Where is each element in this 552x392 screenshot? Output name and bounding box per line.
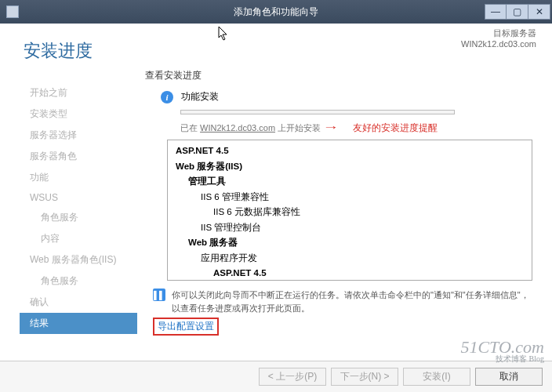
feature-item: 管理工具 xyxy=(176,174,532,190)
install-button: 安装(I) xyxy=(403,368,470,386)
info-row: i 功能安装 xyxy=(161,90,540,103)
server-label: 目标服务器 xyxy=(461,27,536,39)
nav-item-0: 开始之前 xyxy=(24,82,137,103)
nav-item-2: 服务器选择 xyxy=(24,125,137,146)
annotation-text: 友好的安装进度提醒 xyxy=(353,122,438,133)
nav-item-8: Web 服务器角色(IIS) xyxy=(24,249,137,270)
feature-item: Web 服务器 xyxy=(176,235,532,251)
minimize-button[interactable]: — xyxy=(485,4,507,20)
nav-item-11: 结果 xyxy=(20,313,137,334)
app-icon xyxy=(6,5,19,18)
note-text: 你可以关闭此向导而不中断正在运行的任务。请依次单击命令栏中的"通知"和"任务详细… xyxy=(172,289,532,314)
status-host: WIN2k12.dc03.com xyxy=(200,123,275,132)
maximize-button[interactable]: ▢ xyxy=(507,4,528,20)
info-icon: i xyxy=(161,91,173,103)
section-label: 查看安装进度 xyxy=(145,69,540,82)
nav-item-4: 功能 xyxy=(24,167,137,188)
sidebar: 安装进度 开始之前安装类型服务器选择服务器角色功能WSUS角色服务内容Web 服… xyxy=(0,24,137,361)
main-pane: 目标服务器 WIN2k12.dc03.com 查看安装进度 i 功能安装 已在 … xyxy=(137,24,552,361)
feature-item: IIS 6 管理兼容性 xyxy=(176,190,532,205)
prev-button: < 上一步(P) xyxy=(259,368,326,386)
nav-item-7: 内容 xyxy=(24,228,137,249)
feature-item: IIS 6 元数据库兼容性 xyxy=(176,205,532,220)
note-row: ▌▌ 你可以关闭此向导而不中断正在运行的任务。请依次单击命令栏中的"通知"和"任… xyxy=(153,289,532,314)
progress-wrap xyxy=(180,110,540,114)
feature-item: Web 服务器(IIS) xyxy=(176,159,532,175)
feature-item: ASP.NET 4.5 xyxy=(176,143,532,159)
annotation-arrow-icon: → xyxy=(323,121,340,133)
feature-item: IIS 管理控制台 xyxy=(176,220,532,236)
nav-item-6: 角色服务 xyxy=(24,207,137,228)
flag-icon: ▌▌ xyxy=(153,289,165,301)
nav-item-1: 安装类型 xyxy=(24,103,137,125)
titlebar: 添加角色和功能向导 — ▢ ✕ xyxy=(0,0,552,24)
nav-item-10: 确认 xyxy=(24,292,137,313)
next-button: 下一步(N) > xyxy=(331,368,398,386)
install-status: 已在 WIN2k12.dc03.com 上开始安装 → 友好的安装进度提醒 xyxy=(180,121,540,135)
window-title: 添加角色和功能向导 xyxy=(234,5,318,19)
feature-list[interactable]: ASP.NET 4.5Web 服务器(IIS)管理工具IIS 6 管理兼容性II… xyxy=(167,140,532,281)
feature-item: ASP.NET 4.5 xyxy=(176,266,532,281)
close-button[interactable]: ✕ xyxy=(528,4,550,20)
feature-item: 应用程序开发 xyxy=(176,251,532,267)
cancel-button[interactable]: 取消 xyxy=(475,368,543,386)
progress-bar xyxy=(180,110,455,114)
export-settings-link[interactable]: 导出配置设置 xyxy=(153,318,219,336)
page-title: 安装进度 xyxy=(24,39,137,63)
server-info: 目标服务器 WIN2k12.dc03.com xyxy=(461,27,536,49)
window-buttons: — ▢ ✕ xyxy=(485,4,550,20)
info-label: 功能安装 xyxy=(181,90,219,103)
nav-item-3: 服务器角色 xyxy=(24,146,137,167)
nav-item-5: WSUS xyxy=(24,188,137,207)
server-host: WIN2k12.dc03.com xyxy=(461,39,536,49)
nav-item-9: 角色服务 xyxy=(24,270,137,292)
footer: < 上一步(P) 下一步(N) > 安装(I) 取消 xyxy=(0,361,552,392)
